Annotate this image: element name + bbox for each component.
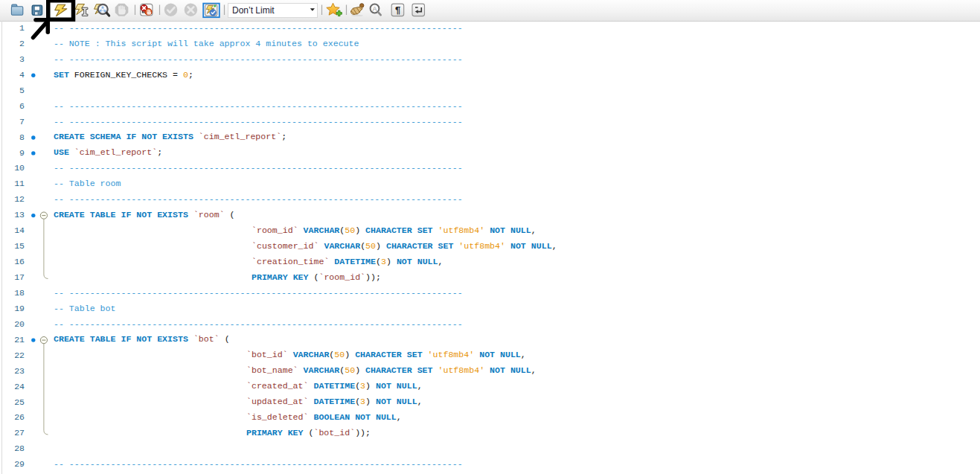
svg-text:A: A (372, 5, 377, 13)
svg-text:¶: ¶ (395, 4, 400, 16)
